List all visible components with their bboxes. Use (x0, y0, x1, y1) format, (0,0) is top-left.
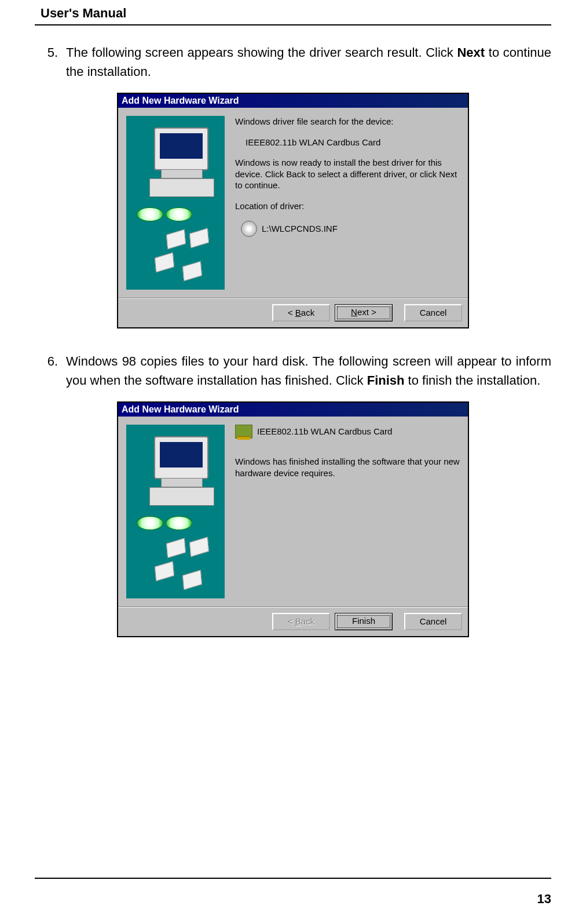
next-button[interactable]: Next > (335, 304, 393, 322)
cancel-button[interactable]: Cancel (404, 304, 462, 322)
cd-icon (166, 516, 192, 530)
wizard-2-line2: Windows has finished installing the soft… (235, 456, 460, 479)
floppy-icon (182, 261, 202, 282)
monitor-icon (154, 436, 208, 479)
step-5-bold: Next (457, 45, 485, 60)
step-5-text-a: The following screen appears showing the… (66, 45, 457, 60)
wizard-1-line1: Windows driver file search for the devic… (235, 116, 460, 127)
cancel-button[interactable]: Cancel (404, 613, 462, 630)
back-button-disabled: < Back (272, 613, 330, 630)
finish-button[interactable]: Finish (335, 613, 393, 630)
drive-cd-icon (241, 221, 257, 237)
page-number: 13 (537, 892, 551, 907)
next-underline: N (351, 307, 357, 317)
cd-icon (137, 516, 163, 530)
wizard-1-line2: Windows is now ready to install the best… (235, 157, 460, 191)
wizard-2-buttons: < Back Finish Cancel (118, 607, 468, 636)
wizard-1-titlebar: Add New Hardware Wizard (118, 94, 468, 108)
cd-icon (137, 207, 163, 221)
page: User's Manual 5. The following screen ap… (0, 0, 586, 924)
step-6-text: Windows 98 copies files to your hard dis… (66, 352, 551, 390)
next-rest: ext > (357, 307, 376, 317)
wizard-1-buttons: < Back Next > Cancel (118, 298, 468, 327)
tower-icon (149, 487, 214, 506)
wizard-1-container: Add New Hardware Wizard Windows driver f… (35, 93, 551, 328)
back-rest: ack (301, 308, 314, 317)
wizard-1-content: Windows driver file search for the devic… (235, 116, 460, 290)
header-title: User's Manual (41, 6, 551, 21)
driver-location-row: L:\WLCPCNDS.INF (241, 221, 460, 237)
step-5: 5. The following screen appears showing … (35, 43, 551, 81)
step-6-number: 6. (35, 352, 66, 390)
back-underline: B (295, 308, 301, 317)
wizard-2-sideart (126, 425, 225, 598)
wizard-2-titlebar: Add New Hardware Wizard (118, 403, 468, 417)
monitor-icon (154, 127, 208, 170)
step-6-bold: Finish (367, 373, 405, 388)
hardware-card-icon (235, 425, 252, 439)
back-rest: ack (301, 616, 314, 626)
wizard-2: Add New Hardware Wizard IEEE802 (117, 401, 469, 637)
page-header: User's Manual (35, 0, 551, 25)
wizard-2-device-row: IEEE802.11b WLAN Cardbus Card (235, 425, 460, 439)
floppy-icon (189, 228, 209, 249)
floppy-icon (189, 537, 209, 557)
floppy-icon (155, 253, 174, 273)
header-rule (35, 24, 551, 25)
floppy-icon (182, 570, 202, 590)
footer-rule (35, 878, 551, 879)
step-5-number: 5. (35, 43, 66, 81)
tower-icon (149, 178, 214, 197)
driver-location-value: L:\WLCPCNDS.INF (262, 223, 338, 235)
step-6: 6. Windows 98 copies files to your hard … (35, 352, 551, 390)
floppy-icon (166, 538, 186, 558)
back-button[interactable]: < Back (272, 304, 330, 322)
wizard-1-body: Windows driver file search for the devic… (118, 108, 468, 298)
floppy-icon (155, 561, 174, 582)
step-5-text: The following screen appears showing the… (66, 43, 551, 81)
wizard-2-device: IEEE802.11b WLAN Cardbus Card (257, 426, 392, 437)
wizard-2-container: Add New Hardware Wizard IEEE802 (35, 401, 551, 637)
wizard-2-body: IEEE802.11b WLAN Cardbus Card Windows ha… (118, 417, 468, 607)
wizard-1-loc-label: Location of driver: (235, 200, 460, 212)
monitor-base-icon (161, 169, 203, 178)
wizard-1-sideart (126, 116, 225, 290)
wizard-1-device: IEEE802.11b WLAN Cardbus Card (246, 137, 460, 148)
cd-icon (166, 207, 192, 221)
step-6-text-b: to finish the installation. (405, 373, 541, 388)
wizard-1: Add New Hardware Wizard Windows driver f… (117, 93, 469, 328)
wizard-2-content: IEEE802.11b WLAN Cardbus Card Windows ha… (235, 425, 460, 598)
monitor-base-icon (161, 478, 203, 487)
back-underline: B (295, 616, 301, 626)
floppy-icon (166, 229, 186, 250)
